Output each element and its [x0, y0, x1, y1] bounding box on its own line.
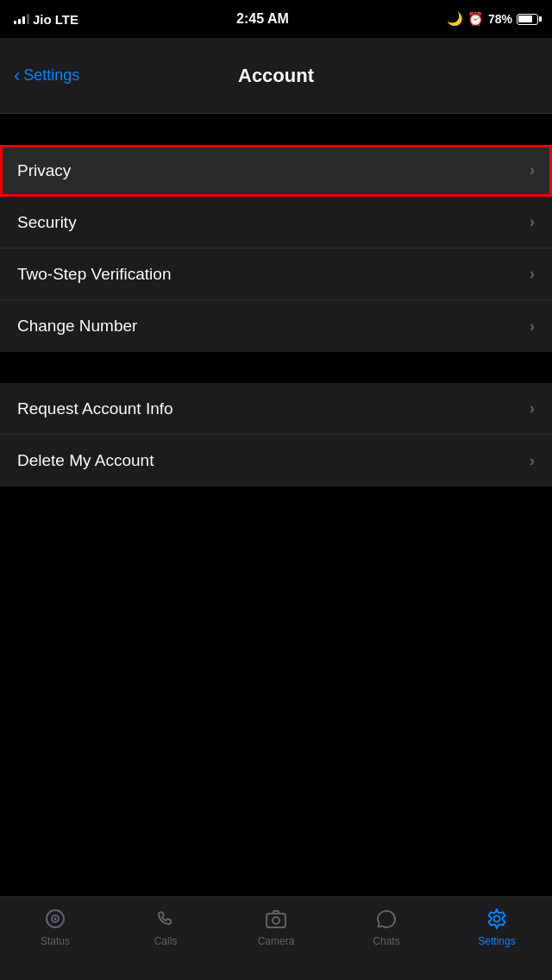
request-info-chevron-icon: ›	[530, 399, 535, 418]
back-label: Settings	[23, 66, 79, 85]
nav-header: ‹ Settings Account	[0, 38, 552, 114]
page-title: Account	[238, 65, 314, 87]
main-content: ‹ Settings Account Privacy › Security › …	[0, 38, 552, 896]
status-tab-label: Status	[41, 935, 70, 947]
menu-section-2: Request Account Info › Delete My Account…	[0, 383, 552, 487]
menu-section-1: Privacy › Security › Two-Step Verificati…	[0, 145, 552, 352]
menu-item-request-info[interactable]: Request Account Info ›	[0, 383, 552, 435]
carrier-label: Jio	[33, 12, 52, 27]
tab-calls[interactable]: Calls	[122, 906, 209, 947]
settings-tab-label: Settings	[478, 935, 515, 947]
status-bar: Jio LTE 2:45 AM 🌙 ⏰ 78%	[0, 0, 552, 38]
privacy-label: Privacy	[17, 161, 71, 180]
menu-item-security[interactable]: Security ›	[0, 197, 552, 248]
tab-status[interactable]: Status	[12, 906, 98, 947]
tab-settings[interactable]: Settings	[454, 906, 540, 947]
tab-bar: Status Calls Camera Chats	[0, 896, 552, 980]
chats-tab-label: Chats	[373, 935, 399, 947]
svg-rect-3	[267, 914, 285, 927]
security-chevron-icon: ›	[530, 213, 535, 231]
menu-item-change-number[interactable]: Change Number ›	[0, 300, 552, 352]
security-label: Security	[17, 213, 77, 232]
calls-tab-label: Calls	[154, 935, 178, 947]
signal-bars	[14, 14, 29, 24]
status-left: Jio LTE	[14, 12, 78, 27]
alarm-icon: ⏰	[467, 11, 484, 27]
calls-tab-icon	[153, 906, 179, 932]
section-gap	[0, 352, 552, 383]
battery-percent: 78%	[488, 12, 512, 26]
back-chevron-icon: ‹	[14, 66, 20, 85]
network-label: LTE	[55, 12, 78, 27]
chats-tab-icon	[373, 906, 399, 932]
camera-tab-label: Camera	[258, 935, 295, 947]
menu-item-two-step[interactable]: Two-Step Verification ›	[0, 248, 552, 300]
settings-tab-icon	[484, 906, 510, 932]
camera-tab-icon	[263, 906, 289, 932]
request-info-label: Request Account Info	[17, 399, 173, 418]
two-step-chevron-icon: ›	[530, 265, 535, 283]
status-tab-icon	[42, 906, 68, 932]
moon-icon: 🌙	[447, 11, 463, 27]
top-spacer	[0, 114, 552, 145]
svg-point-4	[273, 917, 279, 924]
privacy-chevron-icon: ›	[530, 161, 535, 179]
svg-point-5	[494, 916, 500, 922]
tab-chats[interactable]: Chats	[343, 906, 430, 947]
change-number-label: Change Number	[17, 317, 137, 336]
status-right: 🌙 ⏰ 78%	[447, 11, 538, 27]
tab-camera[interactable]: Camera	[233, 906, 319, 947]
delete-account-label: Delete My Account	[17, 451, 154, 470]
change-number-chevron-icon: ›	[530, 317, 535, 336]
two-step-label: Two-Step Verification	[17, 265, 171, 284]
menu-item-delete-account[interactable]: Delete My Account ›	[0, 435, 552, 487]
menu-item-privacy[interactable]: Privacy ›	[0, 145, 552, 197]
svg-point-2	[54, 918, 57, 920]
back-button[interactable]: ‹ Settings	[14, 66, 79, 85]
battery-icon	[517, 14, 538, 25]
time-label: 2:45 AM	[236, 11, 289, 27]
delete-account-chevron-icon: ›	[530, 452, 535, 470]
